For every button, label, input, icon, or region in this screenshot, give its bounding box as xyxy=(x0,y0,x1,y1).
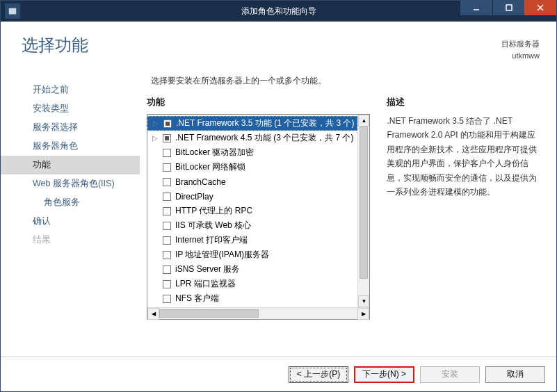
feature-checkbox[interactable] xyxy=(163,280,171,288)
wizard-icon xyxy=(5,3,20,19)
install-button: 安装 xyxy=(420,366,480,383)
feature-label: iSNS Server 服务 xyxy=(175,263,240,275)
feature-label: BranchCache xyxy=(175,177,226,187)
expander-icon[interactable]: ▷ xyxy=(152,120,159,127)
svg-rect-0 xyxy=(9,8,17,15)
cancel-button[interactable]: 取消 xyxy=(485,366,545,383)
sidebar-item[interactable]: 功能 xyxy=(1,156,140,174)
feature-row[interactable]: ▷LPR 端口监视器 xyxy=(147,277,357,291)
feature-label: .NET Framework 3.5 功能 (1 个已安装，共 3 个) xyxy=(176,117,354,129)
feature-row[interactable]: ▷Internet 打印客户端 xyxy=(147,233,357,247)
minimize-button[interactable] xyxy=(460,0,492,15)
feature-checkbox[interactable] xyxy=(163,120,172,128)
columns: 功能 ▷.NET Framework 3.5 功能 (1 个已安装，共 3 个)… xyxy=(147,97,540,357)
features-column: 功能 ▷.NET Framework 3.5 功能 (1 个已安装，共 3 个)… xyxy=(147,97,370,357)
feature-row[interactable]: ▷.NET Framework 4.5 功能 (3 个已安装，共 7 个) xyxy=(147,131,357,145)
maximize-button[interactable] xyxy=(492,0,524,15)
feature-label: NFS 客户端 xyxy=(175,293,219,304)
sidebar-item[interactable]: 开始之前 xyxy=(1,81,140,99)
previous-button[interactable]: < 上一步(P) xyxy=(289,366,348,383)
feature-label: IIS 可承载 Web 核心 xyxy=(175,220,251,231)
sidebar-item[interactable]: 服务器角色 xyxy=(1,137,140,156)
scroll-down-button[interactable]: ▼ xyxy=(358,295,369,307)
feature-checkbox[interactable] xyxy=(163,134,171,142)
features-heading: 功能 xyxy=(147,97,370,114)
feature-label: LPR 端口监视器 xyxy=(175,278,236,290)
horizontal-scrollbar[interactable]: ◀ ▶ xyxy=(147,307,369,319)
hscroll-track[interactable] xyxy=(159,308,357,319)
sidebar-item[interactable]: 服务器选择 xyxy=(1,118,140,137)
chevron-down-icon: ▼ xyxy=(362,298,367,304)
target-server-value: utkmww xyxy=(501,50,540,62)
feature-checkbox[interactable] xyxy=(163,178,171,186)
feature-checkbox[interactable] xyxy=(163,295,171,303)
next-button[interactable]: 下一步(N) > xyxy=(354,366,414,383)
chevron-left-icon: ◀ xyxy=(152,311,156,317)
feature-row[interactable]: ▷.NET Framework 3.5 功能 (1 个已安装，共 3 个) xyxy=(147,116,357,131)
instruction-text: 选择要安装在所选服务器上的一个或多个功能。 xyxy=(147,71,540,97)
page-title: 选择功能 xyxy=(22,34,501,61)
feature-checkbox[interactable] xyxy=(163,149,171,157)
feature-checkbox[interactable] xyxy=(163,266,171,274)
feature-row[interactable]: ▷BranchCache xyxy=(147,174,357,189)
feature-row[interactable]: ▷BitLocker 网络解锁 xyxy=(147,160,357,174)
feature-checkbox[interactable] xyxy=(163,251,171,259)
target-server-label: 目标服务器 xyxy=(501,38,540,50)
features-listbox: ▷.NET Framework 3.5 功能 (1 个已安装，共 3 个)▷.N… xyxy=(147,114,370,320)
feature-label: .NET Framework 4.5 功能 (3 个已安装，共 7 个) xyxy=(175,132,353,144)
wizard-body: 选择功能 目标服务器 utkmww 开始之前安装类型服务器选择服务器角色功能We… xyxy=(1,22,556,391)
expander-icon[interactable]: ▷ xyxy=(152,135,159,142)
feature-row[interactable]: ▷DirectPlay xyxy=(147,189,357,204)
scroll-right-button[interactable]: ▶ xyxy=(357,308,369,320)
scroll-thumb[interactable] xyxy=(360,126,368,279)
feature-row[interactable]: ▷IIS 可承载 Web 核心 xyxy=(147,218,357,233)
feature-label: BitLocker 网络解锁 xyxy=(175,161,245,173)
feature-row[interactable]: ▷HTTP 代理上的 RPC xyxy=(147,204,357,218)
feature-row[interactable]: ▷BitLocker 驱动器加密 xyxy=(147,145,357,160)
hscroll-thumb[interactable] xyxy=(159,309,259,318)
sidebar-item[interactable]: 角色服务 xyxy=(1,193,140,212)
features-list[interactable]: ▷.NET Framework 3.5 功能 (1 个已安装，共 3 个)▷.N… xyxy=(147,115,357,307)
chevron-up-icon: ▲ xyxy=(362,117,367,124)
feature-label: DirectPlay xyxy=(175,192,213,202)
feature-checkbox[interactable] xyxy=(163,222,171,230)
content-area: 选择要安装在所选服务器上的一个或多个功能。 功能 ▷.NET Framework… xyxy=(140,64,556,357)
feature-checkbox[interactable] xyxy=(163,236,171,245)
feature-row[interactable]: ▷IP 地址管理(IPAM)服务器 xyxy=(147,247,357,262)
sidebar: 开始之前安装类型服务器选择服务器角色功能Web 服务器角色(IIS)角色服务确认… xyxy=(1,64,140,357)
svg-rect-2 xyxy=(506,5,512,10)
feature-row[interactable]: ▷iSNS Server 服务 xyxy=(147,262,357,277)
sidebar-item[interactable]: 确认 xyxy=(1,212,140,231)
feature-label: IP 地址管理(IPAM)服务器 xyxy=(175,249,269,261)
feature-checkbox[interactable] xyxy=(163,207,171,215)
scroll-track[interactable] xyxy=(358,126,369,295)
sidebar-item: 结果 xyxy=(1,231,140,250)
scroll-left-button[interactable]: ◀ xyxy=(147,308,159,320)
chevron-right-icon: ▶ xyxy=(362,311,366,317)
feature-checkbox[interactable] xyxy=(163,163,171,172)
feature-label: HTTP 代理上的 RPC xyxy=(175,205,252,217)
sidebar-item[interactable]: Web 服务器角色(IIS) xyxy=(1,174,140,193)
sidebar-item[interactable]: 安装类型 xyxy=(1,99,140,118)
titlebar: 添加角色和功能向导 xyxy=(1,1,556,22)
feature-label: BitLocker 驱动器加密 xyxy=(175,147,254,158)
scroll-up-button[interactable]: ▲ xyxy=(358,115,369,126)
main-area: 开始之前安装类型服务器选择服务器角色功能Web 服务器角色(IIS)角色服务确认… xyxy=(1,64,556,357)
feature-checkbox[interactable] xyxy=(163,193,171,201)
vertical-scrollbar[interactable]: ▲ ▼ xyxy=(357,115,369,307)
close-button[interactable] xyxy=(524,0,556,15)
description-column: 描述 .NET Framework 3.5 结合了 .NET Framework… xyxy=(387,97,540,357)
features-list-rows: ▷.NET Framework 3.5 功能 (1 个已安装，共 3 个)▷.N… xyxy=(147,115,369,307)
window-controls xyxy=(460,1,556,22)
footer: < 上一步(P) 下一步(N) > 安装 取消 xyxy=(1,357,556,391)
wizard-window: 添加角色和功能向导 选择功能 目标服务器 utkmww 开始之前安装类型服务器选… xyxy=(0,0,557,392)
feature-row[interactable]: ▷NFS 客户端 xyxy=(147,291,357,306)
description-heading: 描述 xyxy=(387,97,540,114)
feature-label: Internet 打印客户端 xyxy=(175,234,248,246)
header-row: 选择功能 目标服务器 utkmww xyxy=(1,22,556,64)
target-server-block: 目标服务器 utkmww xyxy=(501,34,540,61)
description-text: .NET Framework 3.5 结合了 .NET Framework 2.… xyxy=(387,114,540,199)
